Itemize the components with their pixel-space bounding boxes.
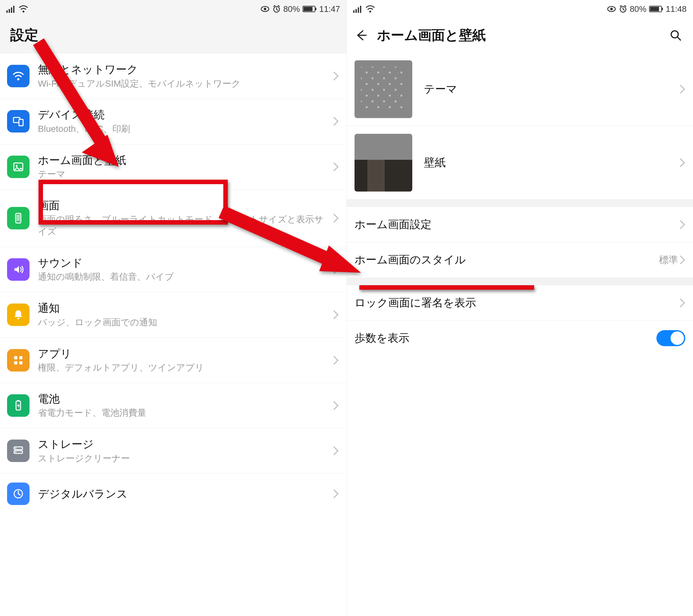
svg-point-33 [369, 11, 371, 13]
row-label: 歩数を表示 [355, 331, 656, 345]
row-step-count[interactable]: 歩数を表示 [347, 320, 693, 356]
chevron-right-icon [679, 220, 685, 230]
svg-rect-31 [358, 7, 359, 13]
svg-rect-2 [11, 7, 12, 13]
item-title: デバイス接続 [38, 108, 326, 122]
display-icon [7, 207, 29, 230]
status-bar: 80% 11:47 [0, 0, 346, 18]
chevron-right-icon [679, 84, 685, 94]
chevron-right-icon [333, 310, 339, 320]
item-subtitle: バッジ、ロック画面での通知 [38, 316, 326, 329]
settings-item-sound[interactable]: サウンド 通知の鳴動制限、着信音、バイブ [0, 247, 346, 292]
svg-rect-19 [19, 356, 22, 359]
bell-icon [7, 303, 29, 326]
eye-comfort-icon [607, 5, 616, 13]
section-separator [347, 278, 693, 285]
svg-rect-13 [19, 119, 23, 126]
svg-point-27 [15, 452, 16, 453]
signal-icon [353, 5, 363, 13]
settings-list: 無線とネットワーク Wi-Fi、デュアルSIM設定、モバイルネットワーク デバイ… [0, 54, 346, 514]
svg-rect-20 [14, 361, 17, 364]
item-title: 通知 [38, 301, 326, 315]
settings-item-home-wallpaper[interactable]: ホーム画面と壁紙 テーマ [0, 144, 346, 190]
settings-item-device-connect[interactable]: デバイス接続 Bluetooth、NFC、印刷 [0, 99, 346, 144]
wifi-icon [19, 5, 28, 13]
section-separator [347, 199, 693, 207]
row-label: ホーム画面設定 [355, 217, 679, 232]
signal-icon [6, 5, 16, 13]
battery-icon [7, 394, 29, 417]
chevron-right-icon [679, 255, 685, 265]
item-title: アプリ [38, 347, 326, 361]
svg-point-26 [15, 448, 16, 449]
screen-home-wallpaper: 80% 11:48 ホーム画面と壁紙 テーマ [346, 0, 693, 616]
storage-icon [7, 440, 29, 462]
item-subtitle: 権限、デフォルトアプリ、ツインアプリ [38, 362, 326, 374]
alarm-icon [619, 5, 627, 13]
page-title: ホーム画面と壁紙 [377, 26, 486, 44]
settings-item-wireless[interactable]: 無線とネットワーク Wi-Fi、デュアルSIM設定、モバイルネットワーク [0, 54, 346, 99]
settings-item-apps[interactable]: アプリ 権限、デフォルトアプリ、ツインアプリ [0, 338, 346, 383]
row-theme[interactable]: テーマ [347, 53, 693, 126]
svg-rect-3 [13, 6, 15, 13]
item-title: サウンド [38, 256, 326, 270]
chevron-right-icon [333, 489, 339, 499]
apps-icon [7, 349, 29, 372]
svg-rect-32 [360, 6, 361, 13]
settings-item-storage[interactable]: ストレージ ストレージクリーナー [0, 428, 346, 474]
balance-icon [7, 482, 29, 505]
status-time: 11:48 [666, 4, 687, 14]
row-home-settings[interactable]: ホーム画面設定 [347, 207, 693, 242]
back-button[interactable] [350, 24, 373, 47]
battery-icon [649, 5, 663, 13]
svg-rect-38 [650, 7, 659, 11]
chevron-right-icon [333, 401, 339, 410]
chevron-right-icon [333, 213, 339, 223]
svg-point-40 [671, 31, 678, 38]
wifi-icon [365, 5, 375, 13]
row-label: ホーム画面のスタイル [355, 253, 659, 267]
sound-icon [7, 258, 29, 281]
wallpaper-thumbnail [355, 134, 412, 192]
row-home-style[interactable]: ホーム画面のスタイル 標準 [347, 242, 693, 278]
settings-item-battery[interactable]: 電池 省電力モード、電池消費量 [0, 383, 346, 428]
item-title: ホーム画面と壁紙 [38, 153, 326, 167]
item-title: 画面 [38, 199, 326, 212]
chevron-right-icon [333, 446, 339, 456]
row-wallpaper[interactable]: 壁紙 [347, 126, 693, 199]
header-subpage: ホーム画面と壁紙 [347, 18, 693, 53]
screen-settings: 80% 11:47 設定 無線とネットワーク Wi-Fi、デュアルSIM設定、モ… [0, 0, 346, 616]
settings-item-digital-balance[interactable]: デジタルバランス [0, 474, 346, 514]
svg-rect-30 [355, 9, 357, 13]
chevron-right-icon [333, 265, 339, 274]
toggle-switch[interactable] [656, 330, 685, 346]
item-title: 無線とネットワーク [38, 63, 326, 76]
eye-comfort-icon [260, 5, 270, 13]
battery-percent: 80% [283, 4, 300, 14]
row-label: 壁紙 [424, 155, 679, 170]
battery-icon [302, 5, 317, 13]
svg-rect-0 [6, 10, 8, 13]
row-value: 標準 [659, 254, 678, 266]
chevron-right-icon [333, 356, 339, 365]
svg-point-6 [264, 8, 266, 10]
svg-point-35 [610, 8, 613, 10]
row-lock-signature[interactable]: ロック画面に署名を表示 [347, 285, 693, 320]
chevron-right-icon [679, 158, 685, 167]
item-subtitle: テーマ [38, 168, 326, 180]
item-title: ストレージ [38, 437, 326, 451]
item-subtitle: 通知の鳴動制限、着信音、バイブ [38, 271, 326, 283]
svg-rect-17 [17, 215, 20, 221]
wifi-icon [7, 65, 29, 87]
settings-item-display[interactable]: 画面 画面の明るさ、ブルーライトカットモード、テキストサイズと表示サイズ [0, 190, 346, 247]
image-icon [7, 156, 29, 178]
page-title: 設定 [10, 26, 336, 45]
search-button[interactable] [664, 24, 687, 47]
svg-rect-23 [17, 400, 19, 401]
settings-item-notifications[interactable]: 通知 バッジ、ロック画面での通知 [0, 292, 346, 338]
svg-rect-21 [19, 361, 22, 364]
item-title: デジタルバランス [38, 487, 326, 501]
svg-rect-9 [303, 7, 313, 11]
item-subtitle: 省電力モード、電池消費量 [38, 407, 326, 419]
svg-rect-18 [14, 356, 17, 359]
